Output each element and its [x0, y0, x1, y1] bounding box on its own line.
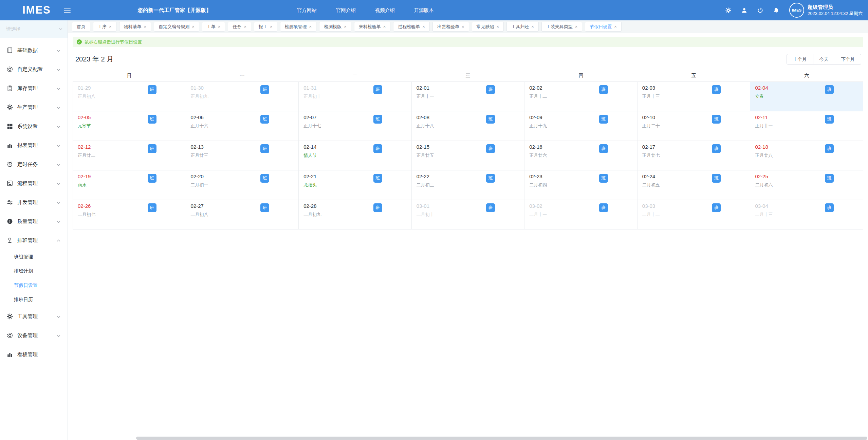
shift-badge[interactable]: 班	[260, 115, 269, 124]
calendar-cell-03-04[interactable]: 03-04二月十三班	[750, 200, 863, 229]
shift-badge[interactable]: 班	[260, 174, 269, 183]
shift-badge[interactable]: 班	[486, 85, 495, 94]
sidebar-item-排班管理[interactable]: 排班管理	[0, 231, 68, 250]
tab-close-icon[interactable]: ×	[244, 24, 246, 29]
sidebar-item-质量管理[interactable]: 质量管理	[0, 212, 68, 231]
shift-badge[interactable]: 班	[599, 115, 608, 124]
shift-badge[interactable]: 班	[825, 115, 834, 124]
calendar-cell-03-02[interactable]: 03-02二月十一班	[524, 200, 638, 229]
shift-badge[interactable]: 班	[148, 115, 156, 124]
nav-link[interactable]: 官网介绍	[336, 7, 356, 14]
tab-工序[interactable]: 工序×	[93, 22, 116, 32]
tab-报工[interactable]: 报工×	[254, 22, 277, 32]
shift-badge[interactable]: 班	[148, 174, 156, 183]
power-icon[interactable]	[757, 7, 763, 13]
bell-icon[interactable]	[773, 7, 779, 13]
calendar-button-今天[interactable]: 今天	[813, 54, 835, 65]
tab-close-icon[interactable]: ×	[462, 24, 464, 29]
calendar-cell-02-12[interactable]: 02-12正月廿二班	[73, 141, 186, 170]
shift-badge[interactable]: 班	[373, 115, 382, 124]
tab-close-icon[interactable]: ×	[309, 24, 312, 29]
calendar-cell-02-08[interactable]: 02-08正月十八班	[411, 111, 524, 141]
sidebar-subitem-排班日历[interactable]: 排班日历	[0, 293, 68, 307]
calendar-cell-02-09[interactable]: 02-09正月十九班	[524, 111, 638, 141]
tab-常见缺陷[interactable]: 常见缺陷×	[472, 22, 504, 32]
calendar-cell-02-17[interactable]: 02-17正月廿七班	[637, 141, 750, 170]
sidebar-item-自定义配置[interactable]: 自定义配置	[0, 60, 68, 79]
sidebar-item-定时任务[interactable]: 定时任务	[0, 155, 68, 174]
sidebar-item-生产管理[interactable]: 生产管理	[0, 98, 68, 117]
shift-badge[interactable]: 班	[486, 203, 495, 212]
calendar-cell-02-27[interactable]: 02-27二月初八班	[186, 200, 299, 229]
shift-badge[interactable]: 班	[825, 174, 834, 183]
tab-检测项管理[interactable]: 检测项管理×	[280, 22, 317, 32]
calendar-cell-02-02[interactable]: 02-02正月十二班	[524, 81, 638, 111]
shift-badge[interactable]: 班	[373, 144, 382, 153]
calendar-cell-02-19[interactable]: 02-19雨水班	[73, 170, 186, 200]
tab-物料清单[interactable]: 物料清单×	[119, 22, 151, 32]
tab-自定义编号规则[interactable]: 自定义编号规则×	[154, 22, 199, 32]
nav-link[interactable]: 开源版本	[414, 7, 434, 14]
sidebar-subitem-排班计划[interactable]: 排班计划	[0, 264, 68, 278]
shift-badge[interactable]: 班	[712, 85, 721, 94]
tab-close-icon[interactable]: ×	[218, 24, 221, 29]
calendar-cell-02-21[interactable]: 02-21龙抬头班	[299, 170, 412, 200]
calendar-cell-02-10[interactable]: 02-10正月二十班	[637, 111, 750, 141]
shift-badge[interactable]: 班	[712, 144, 721, 153]
shift-badge[interactable]: 班	[373, 85, 382, 94]
calendar-cell-02-26[interactable]: 02-26二月初七班	[73, 200, 186, 229]
tab-close-icon[interactable]: ×	[575, 24, 578, 29]
tab-close-icon[interactable]: ×	[531, 24, 534, 29]
shift-badge[interactable]: 班	[260, 144, 269, 153]
shift-badge[interactable]: 班	[373, 203, 382, 212]
tab-工装夹具类型[interactable]: 工装夹具类型×	[541, 22, 583, 32]
nav-link[interactable]: 官方网站	[297, 7, 317, 14]
calendar-button-上个月[interactable]: 上个月	[787, 54, 813, 65]
calendar-cell-02-14[interactable]: 02-14情人节班	[299, 141, 412, 170]
tab-close-icon[interactable]: ×	[144, 24, 147, 29]
user-info[interactable]: 超级管理员 2023.02.04 12:04:32 星期六	[808, 4, 863, 17]
shift-badge[interactable]: 班	[599, 85, 608, 94]
user-icon[interactable]	[741, 7, 747, 13]
calendar-cell-01-29[interactable]: 01-29正月初八班	[73, 81, 186, 111]
tab-close-icon[interactable]: ×	[109, 24, 112, 29]
calendar-cell-02-11[interactable]: 02-11正月廿一班	[750, 111, 863, 141]
sidebar-item-看板管理[interactable]: 看板管理	[0, 345, 68, 364]
sidebar-item-设备管理[interactable]: 设备管理	[0, 326, 68, 345]
shift-badge[interactable]: 班	[486, 115, 495, 124]
avatar[interactable]: IMES	[789, 3, 804, 18]
tab-close-icon[interactable]: ×	[192, 24, 195, 29]
tab-首页[interactable]: 首页	[72, 22, 90, 32]
shift-badge[interactable]: 班	[148, 203, 156, 212]
tab-工单[interactable]: 工单×	[202, 22, 225, 32]
shift-badge[interactable]: 班	[712, 174, 721, 183]
calendar-cell-02-04[interactable]: 02-04立春班	[750, 81, 863, 111]
shift-badge[interactable]: 班	[486, 144, 495, 153]
sidebar-item-系统设置[interactable]: 系统设置	[0, 117, 68, 136]
calendar-cell-02-22[interactable]: 02-22二月初三班	[411, 170, 524, 200]
calendar-cell-02-13[interactable]: 02-13正月廿三班	[186, 141, 299, 170]
shift-badge[interactable]: 班	[486, 174, 495, 183]
tab-工具归还[interactable]: 工具归还×	[506, 22, 539, 32]
tab-出货检验单[interactable]: 出货检验单×	[432, 22, 469, 32]
tab-close-icon[interactable]: ×	[422, 24, 425, 29]
calendar-cell-03-03[interactable]: 03-03二月十二班	[637, 200, 750, 229]
calendar-cell-02-23[interactable]: 02-23二月初四班	[524, 170, 638, 200]
tab-任务[interactable]: 任务×	[228, 22, 251, 32]
shift-badge[interactable]: 班	[599, 174, 608, 183]
calendar-cell-02-18[interactable]: 02-18正月廿八班	[750, 141, 863, 170]
shift-badge[interactable]: 班	[825, 85, 834, 94]
sidebar-item-流程管理[interactable]: 流程管理	[0, 174, 68, 193]
shift-badge[interactable]: 班	[260, 85, 269, 94]
tab-来料检验单[interactable]: 来料检验单×	[354, 22, 391, 32]
calendar-button-下个月[interactable]: 下个月	[835, 54, 862, 65]
shift-badge[interactable]: 班	[825, 144, 834, 153]
sidebar-item-开发管理[interactable]: 开发管理	[0, 193, 68, 212]
calendar-cell-02-15[interactable]: 02-15正月廿五班	[411, 141, 524, 170]
shift-badge[interactable]: 班	[712, 203, 721, 212]
sidebar-subitem-节假日设置[interactable]: 节假日设置	[0, 278, 68, 293]
shift-badge[interactable]: 班	[712, 115, 721, 124]
sidebar-item-工具管理[interactable]: 工具管理	[0, 307, 68, 326]
sidebar-subitem-班组管理[interactable]: 班组管理	[0, 250, 68, 264]
calendar-cell-01-31[interactable]: 01-31正月初十班	[299, 81, 412, 111]
